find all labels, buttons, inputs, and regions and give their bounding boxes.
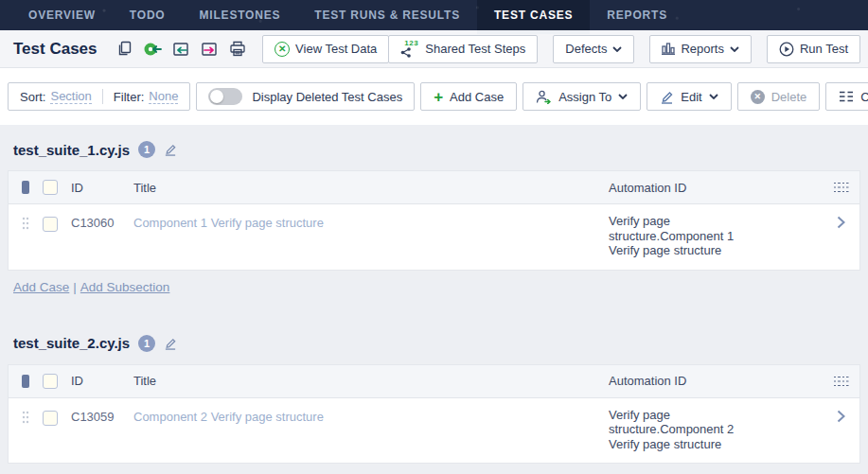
page-title: Test Cases (13, 40, 97, 59)
sort-filter-group: Sort: Section Filter: None (8, 82, 190, 111)
pencil-icon (660, 90, 674, 104)
links-separator: | (73, 280, 77, 294)
print-icon[interactable] (228, 40, 247, 59)
nav-tab-overview[interactable]: OVERVIEW (11, 0, 113, 30)
defects-dropdown[interactable]: Defects (553, 35, 634, 63)
view-test-data-button[interactable]: ✕ View Test Data (262, 35, 389, 63)
display-deleted-label: Display Deleted Test Cases (252, 90, 402, 104)
toolbar: Sort: Section Filter: None Display Delet… (8, 82, 860, 111)
section-gap (8, 304, 860, 326)
columns-button[interactable]: Columns (825, 82, 868, 111)
section-footer-links: Add Case|Add Subsection (8, 464, 860, 474)
chevron-right-icon[interactable] (837, 410, 845, 423)
deleted-toggle-group: Display Deleted Test Cases (196, 82, 415, 111)
import-automation-icon[interactable] (143, 40, 162, 59)
bar-chart-icon (662, 43, 675, 55)
export-cases-icon[interactable] (200, 40, 219, 59)
select-all-checkbox[interactable] (43, 374, 58, 389)
plus-icon: + (434, 89, 443, 105)
drag-handle-icon[interactable] (22, 217, 29, 230)
header-button-group: ✕ View Test Data 123 Shared Test Steps (262, 35, 538, 63)
column-settings-icon[interactable] (833, 376, 849, 387)
chevron-down-icon (612, 46, 622, 52)
add-subsection-link[interactable]: Add Subsection (80, 280, 170, 294)
select-column-icon (22, 375, 29, 388)
page-header: Test Cases (0, 30, 868, 68)
nav-tab-reports[interactable]: REPORTS (590, 0, 684, 30)
select-column-icon (22, 181, 29, 194)
sort-value-link[interactable]: Section (50, 89, 91, 104)
top-nav: OVERVIEW TODO MILESTONES TEST RUNS & RES… (0, 0, 868, 30)
nav-tab-test-cases[interactable]: TEST CASES (477, 0, 590, 30)
toolbar-band: Sort: Section Filter: None Display Delet… (0, 68, 868, 125)
table-header-row: ID Title Automation ID (9, 171, 859, 204)
nav-tab-test-runs-results[interactable]: TEST RUNS & RESULTS (297, 0, 477, 30)
edit-dropdown[interactable]: Edit (647, 82, 731, 111)
column-header-title[interactable]: Title (133, 181, 609, 195)
columns-icon (839, 91, 854, 102)
column-settings-icon[interactable] (833, 182, 849, 193)
chevron-down-icon (730, 46, 739, 52)
edit-section-icon[interactable] (164, 337, 177, 350)
display-deleted-toggle[interactable] (208, 88, 242, 105)
delete-x-icon: ✕ (751, 90, 765, 104)
reports-dropdown[interactable]: Reports (649, 35, 752, 63)
play-circle-icon (779, 42, 794, 57)
automation-id-value: Verify page structure.Component 1 Verify… (609, 214, 762, 258)
section-name: test_suite_2.cy.js (13, 335, 130, 351)
chevron-down-icon (709, 94, 718, 99)
divider (102, 89, 103, 104)
run-test-button[interactable]: Run Test (767, 35, 860, 63)
case-id: C13060 (71, 216, 115, 230)
case-count-badge: 1 (138, 335, 155, 352)
section-footer-links: Add Case|Add Subsection (8, 271, 860, 304)
shared-steps-icon: 123 (400, 40, 419, 58)
delete-button[interactable]: ✕ Delete (737, 82, 821, 111)
filter-label: Filter: (114, 90, 145, 104)
assign-person-icon (536, 90, 552, 104)
add-case-link[interactable]: Add Case (13, 280, 69, 294)
select-all-checkbox[interactable] (43, 180, 58, 195)
copy-icon[interactable] (115, 40, 133, 59)
case-count-badge: 1 (138, 141, 155, 158)
column-header-automation-id[interactable]: Automation ID (609, 374, 822, 388)
sort-label: Sort: (20, 90, 45, 104)
drag-handle-icon[interactable] (22, 411, 29, 424)
cases-table: ID Title Automation ID C13059 Component … (8, 364, 860, 465)
add-case-button[interactable]: + Add Case (420, 82, 517, 111)
column-header-id[interactable]: ID (71, 374, 133, 388)
filter-value-link[interactable]: None (149, 89, 178, 104)
section-header: test_suite_1.cy.js 1 (13, 138, 860, 161)
case-id: C13059 (71, 410, 115, 424)
assign-to-dropdown[interactable]: Assign To (523, 82, 641, 111)
circled-x-icon: ✕ (275, 42, 290, 57)
section-name: test_suite_1.cy.js (13, 142, 130, 158)
chevron-down-icon (618, 94, 628, 99)
chevron-right-icon[interactable] (837, 216, 845, 229)
header-actions: ✕ View Test Data 123 Shared Test Steps D… (115, 35, 860, 63)
shared-test-steps-button[interactable]: 123 Shared Test Steps (388, 35, 538, 63)
automation-id-value: Verify page structure.Component 2 Verify… (609, 408, 762, 452)
case-title-link[interactable]: Component 1 Verify page structure (133, 216, 324, 230)
nav-tab-todo[interactable]: TODO (113, 0, 183, 30)
table-row[interactable]: C13059 Component 2 Verify page structure… (9, 398, 859, 464)
table-header-row: ID Title Automation ID (9, 365, 859, 398)
table-row[interactable]: C13060 Component 1 Verify page structure… (9, 204, 859, 270)
column-header-id[interactable]: ID (71, 181, 133, 195)
row-checkbox[interactable] (43, 217, 58, 232)
edit-section-icon[interactable] (164, 143, 177, 156)
test-cases-content: test_suite_1.cy.js 1 ID Title Automation… (0, 125, 868, 474)
import-cases-icon[interactable] (171, 40, 190, 59)
row-checkbox[interactable] (43, 411, 58, 426)
column-header-title[interactable]: Title (133, 374, 609, 388)
nav-tab-milestones[interactable]: MILESTONES (183, 0, 298, 30)
section-header: test_suite_2.cy.js 1 (13, 332, 860, 355)
case-title-link[interactable]: Component 2 Verify page structure (133, 410, 324, 424)
column-header-automation-id[interactable]: Automation ID (609, 181, 822, 195)
cases-table: ID Title Automation ID C13060 Component … (8, 170, 860, 271)
